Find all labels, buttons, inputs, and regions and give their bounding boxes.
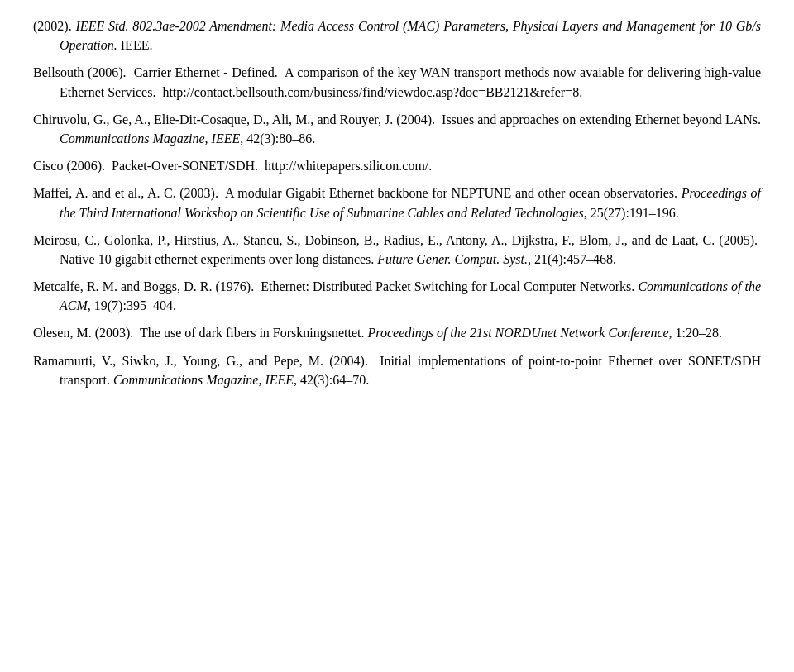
ref5-text: Maffei, A. and et al., A. C. (2003). A m… bbox=[33, 183, 761, 222]
reference-entry-5: Maffei, A. and et al., A. C. (2003). A m… bbox=[33, 183, 761, 222]
reference-entry-7: Metcalfe, R. M. and Boggs, D. R. (1976).… bbox=[33, 277, 761, 315]
ref1-text: (2002). IEEE Std. 802.3ae-2002 Amendment… bbox=[33, 17, 761, 55]
ref9-text: Ramamurti, V., Siwko, J., Young, G., and… bbox=[33, 351, 761, 389]
ref7-text: Metcalfe, R. M. and Boggs, D. R. (1976).… bbox=[33, 277, 761, 315]
reference-entry-4: Cisco (2006). Packet-Over-SONET/SDH. htt… bbox=[33, 156, 761, 175]
reference-entry-8: Olesen, M. (2003). The use of dark fiber… bbox=[33, 323, 761, 342]
reference-entry-6: Meirosu, C., Golonka, P., Hirstius, A., … bbox=[33, 231, 761, 269]
reference-entry-1: (2002). IEEE Std. 802.3ae-2002 Amendment… bbox=[33, 17, 761, 55]
ref6-text: Meirosu, C., Golonka, P., Hirstius, A., … bbox=[33, 231, 761, 269]
ref8-text: Olesen, M. (2003). The use of dark fiber… bbox=[33, 323, 761, 342]
ref4-text: Cisco (2006). Packet-Over-SONET/SDH. htt… bbox=[33, 156, 761, 175]
reference-entry-2: Bellsouth (2006). Carrier Ethernet - Def… bbox=[33, 63, 761, 101]
ref3-text: Chiruvolu, G., Ge, A., Elie-Dit-Cosaque,… bbox=[33, 110, 761, 148]
reference-entry-3: Chiruvolu, G., Ge, A., Elie-Dit-Cosaque,… bbox=[33, 110, 761, 148]
references-section: (2002). IEEE Std. 802.3ae-2002 Amendment… bbox=[33, 17, 761, 389]
ref2-text: Bellsouth (2006). Carrier Ethernet - Def… bbox=[33, 63, 761, 101]
reference-entry-9: Ramamurti, V., Siwko, J., Young, G., and… bbox=[33, 351, 761, 389]
